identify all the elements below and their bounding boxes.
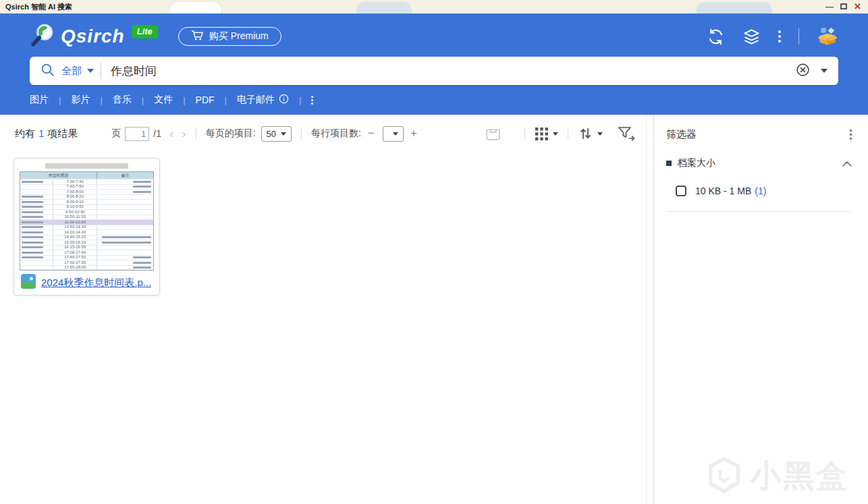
thumbnail-table: 作息时间表 备注 7:30-7:407:40-7:507:50-8:008:00… [20, 171, 154, 271]
thumbnail-header-right: 备注 [97, 172, 153, 179]
thumbnail-header-row: 作息时间表 备注 [20, 172, 153, 179]
filter-option-count: (1) [755, 186, 766, 196]
results-area: 约有1项结果 页 /1 ‹ › 每页的项目: 50 每行项目数: − + [0, 115, 653, 504]
thumbnail-row: 16:15-16:55 [20, 245, 153, 250]
cart-icon [191, 30, 204, 43]
per-row-select[interactable] [383, 126, 404, 142]
page-total: /1 [153, 128, 161, 139]
result-thumbnail[interactable]: 作息时间表 备注 7:30-7:407:40-7:507:50-8:008:00… [14, 159, 159, 270]
filter-section-file-size[interactable]: 档案大小 [666, 157, 852, 169]
per-page-label: 每页的项目: [206, 128, 256, 140]
image-file-icon [21, 274, 36, 291]
toolbar-separator [196, 128, 196, 140]
app-center-icon[interactable] [817, 26, 838, 47]
next-page-icon[interactable]: › [182, 127, 186, 140]
tab-files[interactable]: 文件 [154, 94, 173, 106]
tab-label: PDF [196, 94, 215, 105]
thumbnail-title-blur [45, 163, 128, 169]
tab-label: 文件 [154, 94, 173, 106]
lite-badge: Lite [132, 25, 158, 38]
index-status-icon[interactable] [742, 28, 761, 46]
maximize-button[interactable] [840, 2, 847, 11]
close-button[interactable]: ✕ [854, 2, 861, 11]
results-prefix: 约有 [15, 128, 35, 139]
tab-separator: | [225, 95, 227, 105]
header-more-menu-icon[interactable] [778, 30, 781, 43]
tab-separator: | [59, 95, 61, 105]
window-titlebar: Qsirch 智能 AI 搜索 — ✕ [0, 0, 868, 13]
thumbnail-row: 11:30-13:30 [20, 219, 153, 225]
app-header: Qsirch Lite 购买 Premium [0, 13, 868, 115]
section-bullet-icon [666, 161, 672, 166]
filter-panel-toggle-icon[interactable] [618, 125, 636, 142]
overlay-blob [170, 2, 221, 13]
results-count-text: 约有1项结果 [15, 128, 78, 140]
sort-icon[interactable] [578, 125, 603, 142]
select-caret-icon [393, 132, 398, 136]
results-suffix: 项结果 [47, 128, 78, 139]
page-label: 页 [111, 128, 121, 140]
scope-caret-icon[interactable] [87, 69, 94, 73]
per-row-plus-button[interactable]: + [410, 127, 417, 140]
result-card: 作息时间表 备注 7:30-7:407:40-7:507:50-8:008:00… [13, 158, 160, 296]
clear-search-icon[interactable] [796, 63, 810, 80]
thumbnail-row: 10:50-11:30 [20, 215, 153, 220]
buy-premium-label: 购买 Premium [209, 30, 269, 43]
thumbnail-row: 17:55-18:00 [20, 265, 153, 271]
filter-option-size[interactable]: 10 KB - 1 MB(1) [676, 186, 852, 196]
tab-label: 电子邮件 [237, 94, 275, 106]
search-scope-selector[interactable]: 全部 [61, 65, 82, 78]
grid-view-icon[interactable] [535, 127, 558, 141]
prev-page-icon[interactable]: ‹ [169, 127, 173, 140]
qsirch-logo-icon [30, 22, 55, 51]
results-toolbar: 约有1项结果 页 /1 ‹ › 每页的项目: 50 每行项目数: − + [0, 115, 653, 146]
search-divider [101, 63, 101, 79]
info-icon[interactable] [279, 94, 289, 106]
thumbnail-row: 17:50-17:55 [20, 260, 153, 265]
tab-separator: | [299, 95, 301, 105]
overlay-blob [697, 2, 772, 13]
sort-caret-icon [597, 132, 603, 136]
brand-name: Qsirch [61, 26, 125, 47]
overlay-blob [356, 2, 412, 13]
chevron-up-icon[interactable] [842, 157, 852, 169]
result-card-footer: 2024秋季作息时间表.p... [14, 270, 159, 296]
tab-email[interactable]: 电子邮件 [237, 94, 289, 106]
tab-label: 音乐 [113, 94, 132, 106]
minimize-button[interactable]: — [825, 2, 834, 11]
thumbnail-row: 17:00-17:40 [20, 250, 153, 255]
sync-icon[interactable] [707, 28, 725, 46]
buy-premium-button[interactable]: 购买 Premium [178, 27, 281, 46]
window-title: Qsirch 智能 AI 搜索 [0, 2, 72, 12]
filter-section-title: 档案大小 [678, 157, 715, 169]
per-row-minus-button[interactable]: − [368, 127, 375, 140]
thumbnail-row: 9:10-9:50 [20, 204, 153, 210]
search-icon [40, 63, 55, 80]
maximize-icon [840, 3, 847, 9]
toolbar-separator [524, 128, 525, 140]
search-input[interactable] [111, 64, 796, 78]
thumbnail-row: 14:20-14:40 [20, 229, 153, 235]
tabs-more-menu-icon[interactable] [311, 96, 313, 105]
filter-sidebar: 筛选器 档案大小 10 KB - 1 MB(1) [653, 115, 868, 504]
tab-pdf[interactable]: PDF [196, 94, 215, 105]
search-bar: 全部 [30, 57, 838, 85]
thumbnail-header-left: 作息时间表 [20, 172, 97, 179]
collection-box-icon[interactable] [485, 126, 501, 142]
result-file-link[interactable]: 2024秋季作息时间表.p... [41, 277, 151, 289]
tab-images[interactable]: 图片 [30, 94, 49, 106]
per-page-select[interactable]: 50 [261, 126, 292, 142]
filetype-tabs: 图片 | 影片 | 音乐 | 文件 | PDF | 电子邮件 | [0, 94, 868, 106]
toolbar-separator [568, 128, 568, 140]
header-divider [798, 28, 799, 45]
filter-option-text: 10 KB - 1 MB [695, 186, 751, 196]
tab-videos[interactable]: 影片 [71, 94, 90, 106]
search-options-caret-icon[interactable] [821, 69, 828, 73]
page-number-input[interactable] [125, 127, 149, 141]
tab-music[interactable]: 音乐 [113, 94, 132, 106]
tab-label: 影片 [71, 94, 90, 106]
thumbnail-table-body: 7:30-7:407:40-7:507:50-8:008:00-8:208:30… [20, 179, 153, 270]
filter-more-menu-icon[interactable] [850, 130, 852, 140]
thumbnail-row: 9:50-10:30 [20, 209, 153, 215]
filter-checkbox[interactable] [676, 186, 686, 196]
